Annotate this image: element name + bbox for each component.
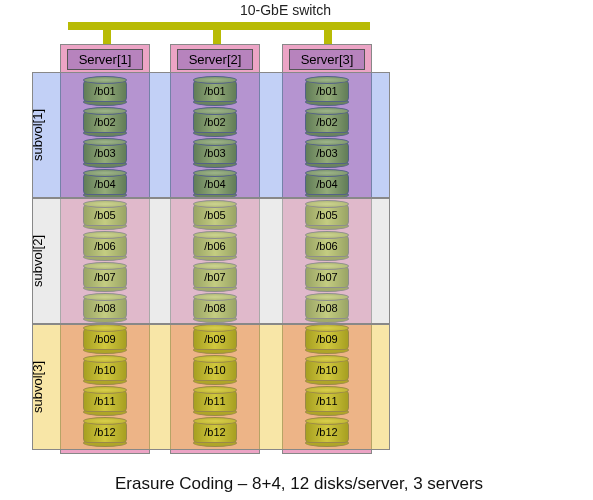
disk-label: /b08 <box>94 302 115 314</box>
disk: /b12 <box>305 417 349 447</box>
disk-label: /b09 <box>316 333 337 345</box>
disk-label: /b10 <box>204 364 225 376</box>
disk-label: /b08 <box>204 302 225 314</box>
disk: /b01 <box>83 76 127 106</box>
disk: /b05 <box>305 200 349 230</box>
disk-label: /b02 <box>316 116 337 128</box>
disk: /b08 <box>83 293 127 323</box>
disk-label: /b02 <box>94 116 115 128</box>
disk: /b04 <box>83 169 127 199</box>
server-1-header: Server[1] <box>67 49 143 70</box>
disk-label: /b05 <box>94 209 115 221</box>
disk-label: /b04 <box>204 178 225 190</box>
disk: /b06 <box>83 231 127 261</box>
disk: /b01 <box>193 76 237 106</box>
disk: /b10 <box>305 355 349 385</box>
disk: /b06 <box>193 231 237 261</box>
server-1-disks: /b01/b02/b03/b04/b05/b06/b07/b08/b09/b10… <box>61 76 149 448</box>
disk: /b02 <box>193 107 237 137</box>
disk-label: /b05 <box>204 209 225 221</box>
disk-label: /b09 <box>204 333 225 345</box>
disk: /b02 <box>83 107 127 137</box>
disk: /b12 <box>83 417 127 447</box>
server-3-disks: /b01/b02/b03/b04/b05/b06/b07/b08/b09/b10… <box>283 76 371 448</box>
disk-label: /b12 <box>316 426 337 438</box>
disk: /b08 <box>193 293 237 323</box>
disk: /b11 <box>193 386 237 416</box>
subvol-2-label: subvol[2] <box>30 235 45 287</box>
disk-label: /b03 <box>316 147 337 159</box>
disk-label: /b01 <box>204 85 225 97</box>
disk-label: /b09 <box>94 333 115 345</box>
disk: /b09 <box>193 324 237 354</box>
server-2: Server[2] /b01/b02/b03/b04/b05/b06/b07/b… <box>170 44 260 454</box>
disk-label: /b06 <box>204 240 225 252</box>
server-1: Server[1] /b01/b02/b03/b04/b05/b06/b07/b… <box>60 44 150 454</box>
disk: /b10 <box>83 355 127 385</box>
switch-drop-1 <box>103 22 111 44</box>
disk: /b11 <box>83 386 127 416</box>
disk: /b06 <box>305 231 349 261</box>
disk: /b03 <box>83 138 127 168</box>
switch-drop-2 <box>213 22 221 44</box>
disk-label: /b03 <box>94 147 115 159</box>
disk-label: /b06 <box>94 240 115 252</box>
disk-label: /b12 <box>204 426 225 438</box>
disk: /b05 <box>83 200 127 230</box>
server-2-header: Server[2] <box>177 49 253 70</box>
disk: /b08 <box>305 293 349 323</box>
disk: /b07 <box>305 262 349 292</box>
disk-label: /b03 <box>204 147 225 159</box>
disk-label: /b01 <box>316 85 337 97</box>
disk-label: /b08 <box>316 302 337 314</box>
disk: /b03 <box>305 138 349 168</box>
disk: /b07 <box>83 262 127 292</box>
server-3: Server[3] /b01/b02/b03/b04/b05/b06/b07/b… <box>282 44 372 454</box>
disk: /b12 <box>193 417 237 447</box>
subvol-1-label: subvol[1] <box>30 109 45 161</box>
disk: /b02 <box>305 107 349 137</box>
disk: /b04 <box>305 169 349 199</box>
disk: /b09 <box>83 324 127 354</box>
disk-label: /b04 <box>94 178 115 190</box>
disk-label: /b01 <box>94 85 115 97</box>
disk-label: /b11 <box>204 395 225 407</box>
server-3-header: Server[3] <box>289 49 365 70</box>
disk-label: /b07 <box>316 271 337 283</box>
disk: /b05 <box>193 200 237 230</box>
disk: /b11 <box>305 386 349 416</box>
disk: /b07 <box>193 262 237 292</box>
disk-label: /b05 <box>316 209 337 221</box>
disk-label: /b10 <box>316 364 337 376</box>
disk: /b03 <box>193 138 237 168</box>
disk: /b04 <box>193 169 237 199</box>
disk-label: /b02 <box>204 116 225 128</box>
disk-label: /b04 <box>316 178 337 190</box>
disk: /b09 <box>305 324 349 354</box>
caption: Erasure Coding – 8+4, 12 disks/server, 3… <box>115 474 483 494</box>
disk: /b01 <box>305 76 349 106</box>
disk: /b10 <box>193 355 237 385</box>
disk-label: /b10 <box>94 364 115 376</box>
disk-label: /b07 <box>94 271 115 283</box>
server-2-disks: /b01/b02/b03/b04/b05/b06/b07/b08/b09/b10… <box>171 76 259 448</box>
disk-label: /b07 <box>204 271 225 283</box>
disk-label: /b12 <box>94 426 115 438</box>
switch-drop-3 <box>324 22 332 44</box>
disk-label: /b11 <box>94 395 115 407</box>
subvol-3-label: subvol[3] <box>30 361 45 413</box>
switch-label: 10-GbE switch <box>240 2 331 18</box>
disk-label: /b11 <box>316 395 337 407</box>
disk-label: /b06 <box>316 240 337 252</box>
